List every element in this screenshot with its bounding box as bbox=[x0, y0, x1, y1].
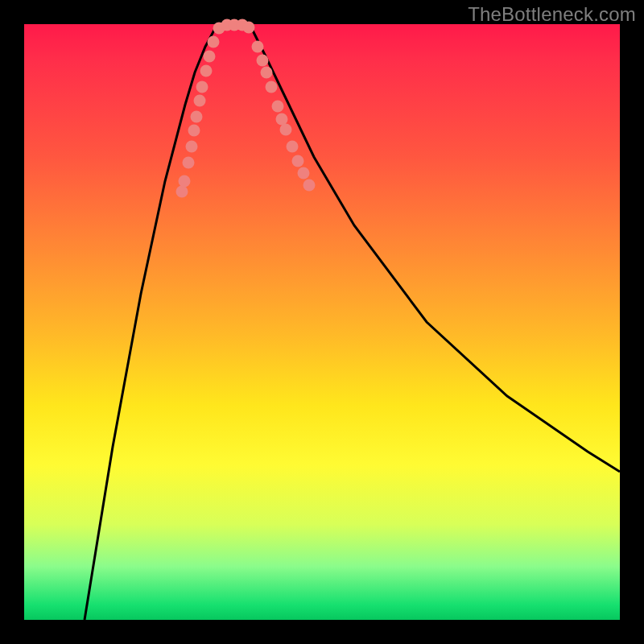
dots-right bbox=[252, 41, 316, 192]
data-dot bbox=[179, 175, 191, 188]
data-dot bbox=[261, 67, 273, 79]
curve-right bbox=[250, 24, 620, 472]
data-dot bbox=[298, 167, 310, 180]
data-dot bbox=[191, 111, 203, 123]
data-dot bbox=[292, 155, 304, 167]
data-dot bbox=[272, 101, 284, 113]
data-dot bbox=[204, 51, 216, 63]
dots-bottom bbox=[213, 19, 255, 35]
data-dot bbox=[266, 81, 278, 93]
data-dot bbox=[176, 186, 188, 198]
data-dot bbox=[208, 36, 220, 48]
watermark-text: TheBottleneck.com bbox=[468, 3, 636, 26]
chart-stage: TheBottleneck.com bbox=[0, 0, 644, 644]
data-dot bbox=[188, 125, 200, 137]
data-dot bbox=[243, 22, 255, 34]
curve-layer bbox=[24, 24, 620, 620]
data-dot bbox=[200, 65, 213, 77]
plot-area bbox=[24, 24, 620, 620]
data-dot bbox=[287, 141, 299, 153]
data-dot bbox=[183, 157, 195, 169]
data-dot bbox=[276, 114, 288, 126]
data-dot bbox=[196, 81, 208, 93]
data-dot bbox=[252, 41, 264, 53]
data-dot bbox=[280, 124, 292, 136]
data-dot bbox=[257, 55, 269, 67]
data-dot bbox=[186, 141, 198, 153]
data-dot bbox=[303, 180, 316, 192]
data-dot bbox=[194, 95, 206, 107]
